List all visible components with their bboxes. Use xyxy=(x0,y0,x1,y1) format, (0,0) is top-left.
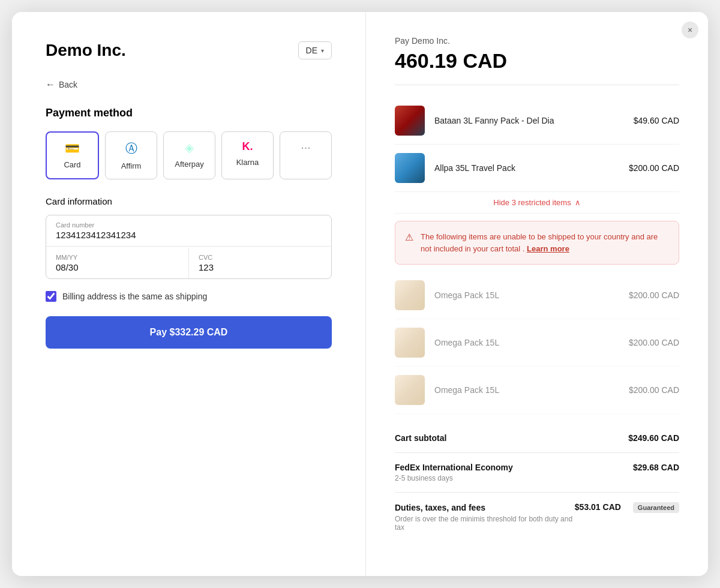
cvc-wrapper: CVC 123 xyxy=(189,248,331,278)
expiry-label: MM/YY xyxy=(56,254,179,261)
payment-method-more[interactable]: ··· xyxy=(280,131,332,179)
shipping-row: FedEx International Economy $29.68 CAD 2… xyxy=(395,453,679,493)
card-label: Card xyxy=(64,160,80,169)
item-price: $200.00 CAD xyxy=(629,290,679,300)
klarna-label: Klarna xyxy=(236,158,259,167)
billing-check-row: Billing address is the same as shipping xyxy=(46,291,332,302)
more-icon: ··· xyxy=(301,140,311,154)
learn-more-link[interactable]: Learn more xyxy=(527,244,569,253)
shipping-value: $29.68 CAD xyxy=(633,463,679,472)
chevron-up-icon: ∧ xyxy=(575,198,581,207)
list-item: Allpa 35L Travel Pack $200.00 CAD xyxy=(395,145,679,192)
card-number-wrapper: Card number 1234123412341234 xyxy=(46,215,331,247)
tax-row: Duties, taxes, and fees Order is over th… xyxy=(395,493,679,541)
list-item: Omega Pack 15L $200.00 CAD xyxy=(395,319,679,367)
subtotal-row: Cart subtotal $249.60 CAD xyxy=(395,424,679,453)
card-number-value[interactable]: 1234123412341234 xyxy=(56,230,322,240)
restricted-items: Omega Pack 15L $200.00 CAD Omega Pack 15… xyxy=(395,272,679,414)
duties-value: $53.01 CAD xyxy=(575,502,621,512)
chevron-down-icon: ▾ xyxy=(321,47,324,54)
item-price: $200.00 CAD xyxy=(629,338,679,347)
cvc-label: CVC xyxy=(199,254,322,261)
item-name: Allpa 35L Travel Pack xyxy=(434,163,619,173)
list-item: Omega Pack 15L $200.00 CAD xyxy=(395,272,679,319)
duties-label: Duties, taxes, and fees xyxy=(395,503,485,512)
modal-container: Demo Inc. DE ▾ ← Back Payment method 💳 C… xyxy=(12,12,708,576)
right-panel: × Pay Demo Inc. 460.19 CAD Bataan 3L Fan… xyxy=(366,12,708,576)
cvc-value[interactable]: 123 xyxy=(199,262,322,272)
payment-method-card[interactable]: 💳 Card xyxy=(46,131,99,179)
back-link[interactable]: ← Back xyxy=(46,79,332,90)
item-image xyxy=(395,328,425,358)
card-fields: Card number 1234123412341234 MM/YY 08/30… xyxy=(46,215,332,279)
item-price: $200.00 CAD xyxy=(629,385,679,395)
guaranteed-badge: Guaranteed xyxy=(633,502,679,513)
lang-label: DE xyxy=(306,46,317,55)
affirm-icon: Ⓐ xyxy=(125,140,137,157)
back-arrow-icon: ← xyxy=(46,79,55,90)
brand-title: Demo Inc. xyxy=(46,41,126,60)
order-items: Bataan 3L Fanny Pack - Del Dia $49.60 CA… xyxy=(395,97,679,192)
shipping-label: FedEx International Economy xyxy=(395,463,513,472)
pay-button[interactable]: Pay $332.29 CAD xyxy=(46,316,332,349)
card-info-title: Card information xyxy=(46,196,332,206)
restricted-toggle-label: Hide 3 restricted items xyxy=(493,198,571,207)
payment-method-title: Payment method xyxy=(46,107,332,119)
item-name: Bataan 3L Fanny Pack - Del Dia xyxy=(434,116,624,125)
shipping-sub: 2-5 business days xyxy=(395,474,679,482)
item-price: $49.60 CAD xyxy=(634,116,679,125)
affirm-label: Affirm xyxy=(121,161,142,170)
close-icon: × xyxy=(688,25,692,35)
card-expiry-cvc-row: MM/YY 08/30 CVC 123 xyxy=(46,248,331,278)
cart-summary: Cart subtotal $249.60 CAD FedEx Internat… xyxy=(395,424,679,541)
header-row: Demo Inc. DE ▾ xyxy=(46,41,332,60)
afterpay-label: Afterpay xyxy=(175,160,203,169)
list-item: Bataan 3L Fanny Pack - Del Dia $49.60 CA… xyxy=(395,97,679,145)
restricted-toggle[interactable]: Hide 3 restricted items ∧ xyxy=(395,192,679,214)
back-label: Back xyxy=(59,80,77,89)
merchant-label: Pay Demo Inc. xyxy=(395,36,679,46)
item-image xyxy=(395,153,425,183)
payment-method-affirm[interactable]: Ⓐ Affirm xyxy=(105,131,157,179)
item-image xyxy=(395,280,425,310)
expiry-wrapper: MM/YY 08/30 xyxy=(46,248,189,278)
subtotal-label: Cart subtotal xyxy=(395,433,446,443)
payment-methods: 💳 Card Ⓐ Affirm ◈ Afterpay K. Klarna ··· xyxy=(46,131,332,179)
close-button[interactable]: × xyxy=(682,22,698,38)
payment-method-afterpay[interactable]: ◈ Afterpay xyxy=(163,131,215,179)
list-item: Omega Pack 15L $200.00 CAD xyxy=(395,367,679,414)
lang-selector[interactable]: DE ▾ xyxy=(298,41,332,59)
item-name: Omega Pack 15L xyxy=(434,290,619,300)
klarna-icon: K. xyxy=(242,140,253,153)
warning-text: The following items are unable to be shi… xyxy=(421,231,669,254)
total-amount: 460.19 CAD xyxy=(395,49,679,85)
payment-method-klarna[interactable]: K. Klarna xyxy=(221,131,274,179)
warning-icon: ⚠ xyxy=(405,232,413,243)
subtotal-value: $249.60 CAD xyxy=(628,433,679,443)
item-image xyxy=(395,106,425,136)
item-image xyxy=(395,375,425,405)
afterpay-icon: ◈ xyxy=(185,140,194,155)
billing-label: Billing address is the same as shipping xyxy=(62,292,207,301)
item-name: Omega Pack 15L xyxy=(434,385,619,395)
billing-checkbox[interactable] xyxy=(46,291,56,302)
item-price: $200.00 CAD xyxy=(629,163,679,173)
duties-sub: Order is over the de minimis threshold f… xyxy=(395,515,575,532)
item-name: Omega Pack 15L xyxy=(434,338,619,347)
expiry-value[interactable]: 08/30 xyxy=(56,262,179,272)
card-number-label: Card number xyxy=(56,221,322,229)
left-panel: Demo Inc. DE ▾ ← Back Payment method 💳 C… xyxy=(12,12,366,576)
card-icon: 💳 xyxy=(65,141,80,155)
restricted-warning-box: ⚠ The following items are unable to be s… xyxy=(395,221,679,265)
